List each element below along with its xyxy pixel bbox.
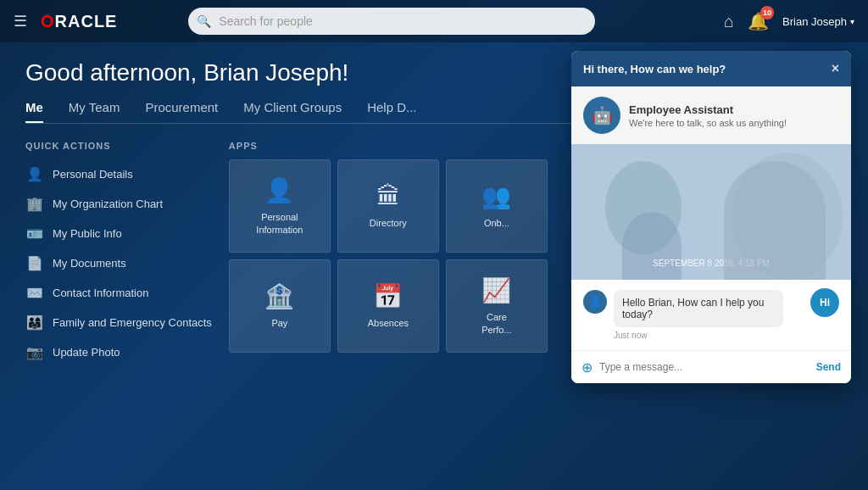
quick-actions-label: QUICK ACTIONS — [25, 141, 212, 151]
hamburger-icon[interactable]: ☰ — [14, 12, 27, 31]
tab-my-team[interactable]: My Team — [69, 100, 120, 123]
qa-contact-info-label: Contact Information — [53, 287, 148, 299]
chat-timestamp: SEPTEMBER 8 2018, 4:18 PM — [648, 253, 775, 273]
user-name-label: Brian Joseph — [782, 15, 847, 28]
career-performance-label: CarePerfo... — [481, 311, 511, 336]
career-performance-icon: 📈 — [481, 276, 511, 304]
app-onboarding[interactable]: 👥 Onb... — [446, 159, 548, 253]
chat-attach-icon[interactable]: ⊕ — [581, 359, 593, 376]
tab-procurement[interactable]: Procurement — [145, 100, 218, 123]
qa-documents-label: My Documents — [53, 257, 126, 270]
qa-contact-info[interactable]: ✉️ Contact Information — [25, 278, 212, 308]
tab-help[interactable]: Help D... — [367, 100, 416, 123]
agent-name: Employee Assistant — [629, 103, 787, 116]
directory-icon: 🏛 — [376, 182, 400, 210]
family-contacts-icon: 👨‍👩‍👧 — [25, 315, 44, 331]
qa-org-chart[interactable]: 🏢 My Organization Chart — [25, 189, 212, 219]
onboarding-label: Onb... — [484, 217, 509, 229]
app-absences[interactable]: 📅 Absences — [337, 259, 439, 353]
chat-header-text: Hi there, How can we help? — [583, 63, 726, 75]
absences-label: Absences — [368, 317, 409, 329]
pay-label: Pay — [271, 317, 287, 329]
org-chart-icon: 🏢 — [25, 196, 44, 212]
qa-personal-details-label: Personal Details — [53, 168, 133, 181]
qa-personal-details[interactable]: 👤 Personal Details — [25, 159, 212, 189]
app-personal-information[interactable]: 👤 PersonalInformation — [229, 159, 331, 253]
update-photo-icon: 📷 — [25, 344, 44, 360]
chat-input-area: ⊕ Send — [571, 350, 851, 383]
app-career-performance[interactable]: 📈 CarePerfo... — [446, 259, 548, 353]
app-directory[interactable]: 🏛 Directory — [337, 159, 439, 253]
chat-agent-info: 🤖 Employee Assistant We're here to talk,… — [571, 86, 851, 144]
qa-public-info-label: My Public Info — [53, 227, 122, 240]
search-bar: 🔍 — [188, 8, 595, 35]
header: ☰ ORACLE 🔍 ⌂ 🔔 10 Brian Joseph ▾ — [0, 0, 868, 42]
home-icon[interactable]: ⌂ — [724, 12, 734, 31]
chat-messages: Hi 👤 Hello Brian, How can I help you tod… — [571, 280, 851, 350]
chat-close-button[interactable]: × — [832, 61, 839, 76]
message-agent-avatar: 👤 — [583, 290, 607, 314]
search-icon: 🔍 — [197, 14, 211, 28]
quick-actions-panel: QUICK ACTIONS 👤 Personal Details 🏢 My Or… — [25, 141, 212, 367]
contact-info-icon: ✉️ — [25, 285, 44, 301]
onboarding-icon: 👥 — [481, 182, 511, 210]
user-menu[interactable]: Brian Joseph ▾ — [782, 15, 854, 28]
bell-wrap: 🔔 10 — [748, 11, 769, 31]
pay-icon: 🏦 — [264, 282, 294, 310]
chevron-down-icon: ▾ — [850, 17, 854, 26]
chat-bubble: Hello Brian, How can I help you today? — [614, 290, 783, 327]
chat-panel: Hi there, How can we help? × 🤖 Employee … — [571, 51, 851, 383]
oracle-logo: ORACLE — [41, 12, 117, 31]
search-input[interactable] — [188, 8, 595, 35]
hi-bubble: Hi — [810, 288, 839, 317]
tab-me[interactable]: Me — [25, 100, 43, 123]
chat-message-time: Just now — [614, 331, 839, 340]
chat-send-button[interactable]: Send — [816, 361, 841, 373]
personal-information-label: PersonalInformation — [256, 211, 303, 236]
qa-public-info[interactable]: 🪪 My Public Info — [25, 219, 212, 248]
directory-label: Directory — [370, 217, 407, 229]
agent-subtitle: We're here to talk, so ask us anything! — [629, 118, 787, 128]
chat-message-row: 👤 Hello Brian, How can I help you today? — [583, 290, 839, 327]
personal-details-icon: 👤 — [25, 166, 44, 182]
qa-family-contacts[interactable]: 👨‍👩‍👧 Family and Emergency Contacts — [25, 308, 212, 337]
agent-avatar: 🤖 — [583, 97, 620, 134]
app-pay[interactable]: 🏦 Pay — [229, 259, 331, 353]
chat-background-image: SEPTEMBER 8 2018, 4:18 PM — [571, 144, 851, 280]
public-info-icon: 🪪 — [25, 226, 44, 242]
absences-icon: 📅 — [373, 282, 403, 310]
tab-client-groups[interactable]: My Client Groups — [243, 100, 342, 123]
qa-family-contacts-label: Family and Emergency Contacts — [53, 316, 212, 329]
qa-org-chart-label: My Organization Chart — [53, 198, 163, 210]
qa-update-photo-label: Update Photo — [53, 346, 120, 359]
documents-icon: 📄 — [25, 255, 44, 271]
bell-badge: 10 — [760, 6, 774, 19]
personal-information-icon: 👤 — [264, 176, 294, 204]
qa-update-photo[interactable]: 📷 Update Photo — [25, 337, 212, 367]
qa-documents[interactable]: 📄 My Documents — [25, 248, 212, 278]
chat-message-input[interactable] — [599, 358, 810, 376]
header-right: ⌂ 🔔 10 Brian Joseph ▾ — [724, 11, 854, 31]
chat-header: Hi there, How can we help? × — [571, 51, 851, 86]
